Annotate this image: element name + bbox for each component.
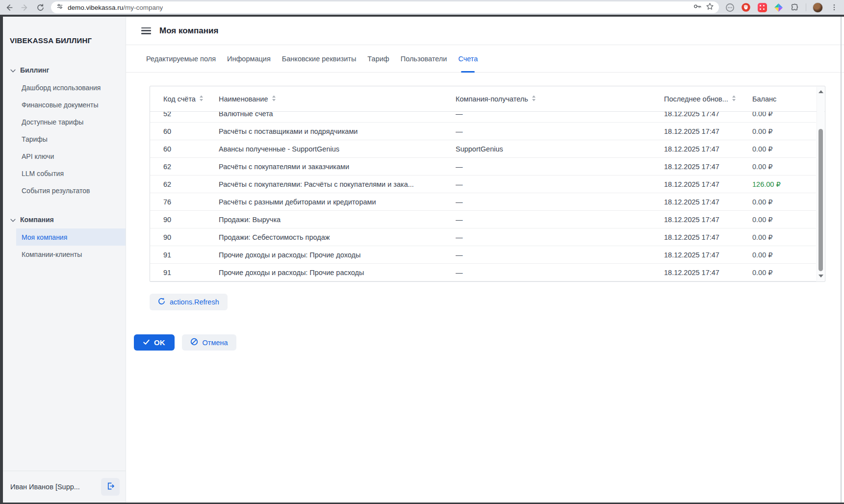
scrollbar-down-arrow-icon[interactable] [818,275,823,277]
page-scrollbar[interactable] [841,17,842,503]
sidebar-item[interactable]: Финансовые документы [16,96,126,113]
tab[interactable]: Счета [458,45,478,72]
logout-icon [106,482,115,492]
column-header[interactable]: Баланс [752,95,816,103]
scrollbar-up-arrow-icon[interactable] [818,90,823,93]
cell-account-name: Расчёты с покупателями и заказчиками [219,163,456,171]
scrollbar-thumb[interactable] [818,129,823,271]
block-icon [190,338,198,347]
tab[interactable]: Тариф [367,45,389,72]
tab-bar: Редактируемые поля Информация Банковские… [126,45,844,73]
check-icon [143,338,150,347]
column-header[interactable]: Наименование [219,95,456,103]
tab-label: Редактируемые поля [146,55,216,63]
tab[interactable]: Редактируемые поля [146,45,216,72]
cell-recipient-company: — [456,198,664,206]
password-key-icon[interactable] [693,2,702,13]
tab[interactable]: Пользователи [401,45,447,72]
sort-icon [732,95,736,103]
table-row[interactable]: 60 Расчёты с поставщиками и подрядчиками… [150,123,816,140]
sidebar-item[interactable]: События результатов [16,182,126,199]
sidebar: VIBEKASSA БИЛЛИНГ Биллинг Дашборд исполь… [3,17,126,503]
circle-dots-extension-icon[interactable] [725,2,735,12]
address-bar[interactable]: demo.vibekassa.ru/my-company [51,1,719,13]
cell-last-updated: 18.12.2025 17:47 [664,112,752,118]
hamburger-menu-icon[interactable] [141,27,151,34]
column-header[interactable]: Компания-получатель [456,95,664,103]
accounts-table: Код счёта Наименование [150,86,825,282]
cell-balance: 0.00 ₽ [752,216,816,224]
url-host: demo.vibekassa.ru [68,4,123,11]
cell-account-name: Расчёты с поставщиками и подрядчиками [219,127,456,135]
browser-toolbar: demo.vibekassa.ru/my-company [0,0,844,15]
cell-recipient-company: — [456,112,664,118]
column-header[interactable]: Код счёта [163,95,219,103]
cell-balance: 0.00 ₽ [752,251,816,259]
sidebar-item[interactable]: Моя компания [16,228,126,246]
sidebar-item[interactable]: Тарифы [16,130,126,148]
table-row[interactable]: 90 Продажи: Себестоимость продаж — 18.12… [150,228,816,246]
profile-avatar[interactable] [813,2,823,13]
cell-balance: 126.00 ₽ [752,180,816,188]
refresh-icon [158,298,165,306]
sidebar-item-label: API ключи [22,152,54,160]
extension-cluster [725,2,839,13]
table-row[interactable]: 76 Расчёты с разными дебиторами и кредит… [150,193,816,211]
cell-balance: 0.00 ₽ [752,112,816,118]
table-row[interactable]: 90 Продажи: Выручка — 18.12.2025 17:47 0… [150,211,816,228]
section-header-billing[interactable]: Биллинг [3,61,126,79]
cell-balance: 0.00 ₽ [752,198,816,206]
column-header[interactable]: Последнее обнов... [664,95,752,103]
table-row[interactable]: 62 Расчёты с покупателями и заказчиками … [150,158,816,176]
sidebar-item[interactable]: Доступные тарифы [16,113,126,130]
cell-last-updated: 18.12.2025 17:47 [664,180,752,188]
tab[interactable]: Банковские реквизиты [282,45,357,72]
table-row[interactable]: 52 Валютные счета — 18.12.2025 17:47 0.0… [150,112,816,123]
table-row[interactable]: 60 Авансы полученные - SupportGenius Sup… [150,140,816,158]
cell-last-updated: 18.12.2025 17:47 [664,127,752,135]
refresh-button[interactable]: actions.Refresh [150,294,228,310]
column-label: Наименование [219,95,268,103]
cell-last-updated: 18.12.2025 17:47 [664,216,752,224]
diamond-extension-icon[interactable] [773,2,783,12]
browser-refresh-icon[interactable] [35,2,45,12]
tab-label: Тариф [367,55,389,63]
browser-menu-icon[interactable] [829,2,839,12]
cell-account-code: 60 [163,145,219,153]
pink-grid-extension-icon[interactable] [757,2,767,12]
company-items: Моя компания Компании-клиенты [3,228,126,263]
cell-last-updated: 18.12.2025 17:47 [664,163,752,171]
section-label: Биллинг [20,66,49,74]
cell-account-name: Прочие доходы и расходы: Прочие расходы [219,269,456,277]
sort-icon [272,95,276,103]
stop-hand-adblock-icon[interactable] [741,2,751,12]
bookmark-star-icon[interactable] [706,2,714,13]
url-text[interactable]: demo.vibekassa.ru/my-company [68,4,163,11]
ok-button[interactable]: OK [134,334,175,351]
tab[interactable]: Информация [227,45,271,72]
tab-label: Пользователи [401,55,447,63]
column-label: Компания-получатель [456,95,528,103]
toolbar-separator [806,3,806,11]
cell-balance: 0.00 ₽ [752,269,816,277]
cancel-button[interactable]: Отмена [182,334,236,351]
sidebar-item[interactable]: API ключи [16,148,126,165]
logout-button[interactable] [101,478,120,496]
section-header-company[interactable]: Компания [3,211,126,228]
puzzle-extensions-icon[interactable] [790,2,799,12]
sort-icon [532,95,536,103]
sidebar-item[interactable]: Дашборд использования [16,79,126,96]
sidebar-nav: Биллинг Дашборд использования Финансовые… [3,61,126,263]
cell-account-name: Авансы полученные - SupportGenius [219,145,456,153]
refresh-label: actions.Refresh [170,298,219,306]
sidebar-item[interactable]: Компании-клиенты [16,246,126,263]
table-row[interactable]: 91 Прочие доходы и расходы: Прочие доход… [150,246,816,264]
cell-account-code: 90 [163,216,219,224]
table-row[interactable]: 91 Прочие доходы и расходы: Прочие расхо… [150,264,816,281]
sidebar-item[interactable]: LLM события [16,165,126,182]
main-area: Моя компания Редактируемые поля Информац… [126,17,844,503]
browser-back-icon[interactable] [4,2,14,12]
table-row[interactable]: 62 Расчёты с покупателями: Расчёты с пок… [150,176,816,193]
site-info-icon[interactable] [56,2,64,12]
browser-forward-icon[interactable] [20,2,29,12]
